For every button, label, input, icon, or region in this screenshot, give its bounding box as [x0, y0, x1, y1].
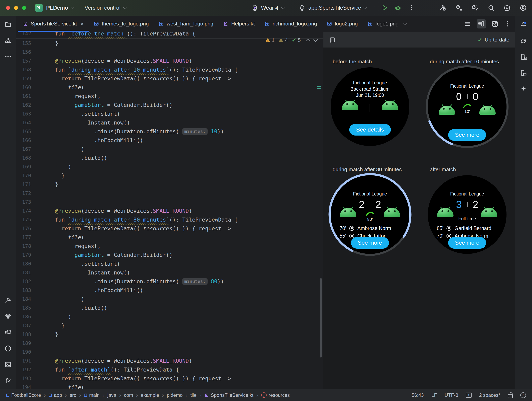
editor-more-icon[interactable]	[504, 20, 512, 28]
tab-helpers-kt[interactable]: Helpers.kt	[218, 16, 260, 32]
tab-logo1-png[interactable]: logo1.png	[362, 16, 412, 32]
problems-icon[interactable]	[3, 344, 13, 353]
run-configuration-selector[interactable]: app.SportsTileService	[299, 0, 367, 16]
code-line-158[interactable]: 158fun `during match after 10 minutes`()…	[16, 65, 323, 74]
code-line-190[interactable]: 190	[16, 348, 323, 357]
chevron-down-icon[interactable]	[403, 21, 407, 25]
code-line-170[interactable]: 170 }	[16, 171, 323, 180]
breadcrumb-item-resources[interactable]: fresources	[261, 392, 290, 398]
zoom-window-button[interactable]	[22, 6, 26, 10]
device-selector[interactable]: Wear 4	[251, 0, 284, 16]
code-line-156[interactable]: 156	[16, 48, 323, 56]
project-menu[interactable]: PLDemo	[46, 5, 68, 11]
breadcrumb-item-main[interactable]: main	[84, 392, 100, 398]
preview-build-status[interactable]: ✓ Up-to-date	[478, 37, 509, 43]
see-more-button[interactable]: See more	[448, 129, 486, 141]
gradle-sync-icon[interactable]	[471, 4, 479, 12]
breadcrumb-item-src[interactable]: src	[70, 392, 76, 398]
code-line-193[interactable]: 193 return TilePreviewData({ resources()…	[16, 374, 323, 383]
code-line-160[interactable]: 160 tile(	[16, 83, 323, 92]
editor-scrollbar[interactable]	[320, 278, 322, 358]
notifications-icon[interactable]	[519, 20, 528, 30]
close-window-button[interactable]	[6, 6, 10, 10]
settings-icon[interactable]	[503, 4, 511, 12]
gradle-tool-icon[interactable]	[519, 36, 528, 46]
code-line-188[interactable]: 188}	[16, 330, 323, 339]
code-line-176[interactable]: 176 return TilePreviewData({ resources()…	[16, 224, 323, 233]
code-line-194[interactable]: 194 tile(	[16, 383, 323, 389]
split-editor-icon[interactable]	[477, 19, 486, 28]
notification-tag-icon[interactable]: !	[466, 393, 472, 398]
code-line-184[interactable]: 184 )	[16, 295, 323, 303]
code-editor[interactable]: 142fun `before the match`(): TilePreview…	[16, 32, 323, 389]
version-control-tool-icon[interactable]	[3, 376, 13, 385]
terminal-icon[interactable]	[3, 360, 13, 369]
tab-west-ham-logo-png[interactable]: west_ham_logo.png	[154, 16, 218, 32]
build-hammer-icon[interactable]	[439, 4, 446, 12]
code-line-191[interactable]: 191@Preview(device = WearDevices.SMALL_R…	[16, 357, 323, 365]
code-line-187[interactable]: 187 }	[16, 321, 323, 330]
project-tool-icon[interactable]	[3, 20, 13, 29]
close-icon[interactable]: ×	[80, 21, 84, 27]
inspections-widget[interactable]: 1 4 ✓ 5	[265, 37, 317, 43]
tab-sportstileservice-kt[interactable]: SportsTileService.kt×	[18, 16, 89, 32]
code-line-186[interactable]: 186 )	[16, 312, 323, 321]
image-preview-icon[interactable]	[491, 20, 499, 28]
code-line-168[interactable]: 168 .build()	[16, 154, 323, 162]
code-line-178[interactable]: 178 request,	[16, 242, 323, 251]
more-tool-windows-icon[interactable]	[3, 52, 13, 61]
code-line-161[interactable]: 161 request,	[16, 92, 323, 101]
code-line-164[interactable]: 164 Instant.now()	[16, 118, 323, 127]
file-encoding[interactable]: UTF-8	[445, 392, 458, 398]
caret-position[interactable]: 56:43	[412, 392, 424, 398]
code-line-189[interactable]: 189	[16, 339, 323, 348]
code-line-172[interactable]: 172	[16, 189, 323, 198]
code-line-159[interactable]: 159 return TilePreviewData({ resources()…	[16, 74, 323, 83]
gemini-icon[interactable]	[519, 84, 528, 94]
next-problem-chevron[interactable]	[313, 37, 318, 42]
code-line-175[interactable]: 175fun `during match after 80 minutes`()…	[16, 215, 323, 224]
editor-list-view-icon[interactable]	[464, 20, 471, 28]
tab-themes-fc-logo-png[interactable]: themes_fc_logo.png	[89, 16, 154, 32]
search-icon[interactable]	[488, 4, 495, 12]
build-tool-icon[interactable]	[3, 296, 13, 305]
code-line-157[interactable]: 157@Preview(device = WearDevices.SMALL_R…	[16, 56, 323, 65]
code-line-169[interactable]: 169 )	[16, 162, 323, 171]
unlock-icon[interactable]	[508, 394, 513, 398]
more-run-actions-icon[interactable]	[408, 4, 415, 12]
vcs-menu[interactable]: Version control	[85, 5, 121, 11]
breadcrumb-item-pldemo[interactable]: pldemo	[167, 392, 183, 398]
code-line-162[interactable]: 162 gameStart = Calendar.Builder()	[16, 101, 323, 110]
code-lines[interactable]: 155}156157@Preview(device = WearDevices.…	[16, 39, 323, 389]
code-line-163[interactable]: 163 .setInstant(	[16, 110, 323, 118]
resource-manager-icon[interactable]	[3, 36, 13, 45]
running-devices-icon[interactable]	[519, 68, 528, 78]
debug-button[interactable]	[394, 4, 401, 12]
run-button[interactable]	[381, 4, 388, 12]
logcat-icon[interactable]	[3, 328, 13, 337]
breadcrumb-item-example[interactable]: example	[141, 392, 159, 398]
code-line-166[interactable]: 166 .toEpochMilli()	[16, 136, 323, 145]
breadcrumb-item-footballscore[interactable]: FootballScore	[6, 392, 41, 398]
see-more-button[interactable]: See more	[351, 237, 389, 249]
breadcrumb-item-sportstileservice-kt[interactable]: SportsTileService.kt	[204, 392, 253, 398]
minimize-window-button[interactable]	[14, 6, 18, 10]
tab-logo2-png[interactable]: logo2.png	[322, 16, 362, 32]
code-line-183[interactable]: 183 .toEpochMilli()	[16, 286, 323, 295]
breadcrumb-item-tile[interactable]: tile	[190, 392, 196, 398]
code-line-165[interactable]: 165 .minus(Duration.ofMinutes( minutes: …	[16, 127, 323, 136]
see-details-button[interactable]: See details	[349, 124, 391, 136]
indent-setting[interactable]: 2 spaces*	[479, 392, 500, 398]
line-separator[interactable]: LF	[431, 392, 437, 398]
circled-exclamation-icon[interactable]: !	[520, 392, 526, 398]
profile-icon[interactable]	[519, 4, 527, 12]
app-quality-insights-icon[interactable]	[3, 312, 13, 321]
breadcrumb-item-java[interactable]: java	[108, 392, 116, 398]
code-line-174[interactable]: 174@Preview(device = WearDevices.SMALL_R…	[16, 207, 323, 215]
breadcrumb-item-com[interactable]: com	[124, 392, 133, 398]
code-line-185[interactable]: 185 .build()	[16, 303, 323, 312]
code-line-173[interactable]: 173	[16, 198, 323, 207]
code-line-171[interactable]: 171}	[16, 180, 323, 189]
code-line-177[interactable]: 177 tile(	[16, 233, 323, 242]
code-line-167[interactable]: 167 )	[16, 145, 323, 154]
